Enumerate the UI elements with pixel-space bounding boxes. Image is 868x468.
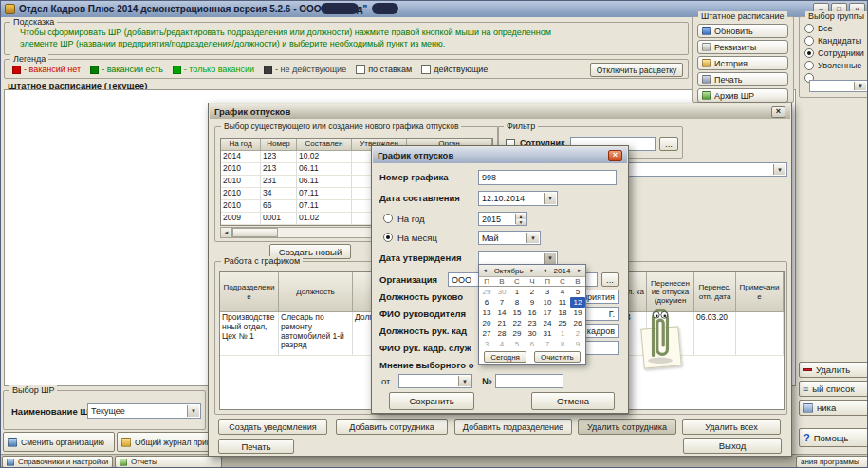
full-list-button[interactable]: ≡ ый список <box>799 381 868 397</box>
panel-button[interactable]: Печать <box>697 72 788 86</box>
calendar-day[interactable]: 9 <box>525 297 540 308</box>
header-cell[interactable]: Перенес. отп. дата <box>694 272 736 312</box>
checkbox[interactable] <box>356 65 365 74</box>
checkbox[interactable] <box>421 65 431 74</box>
chevron-down-icon[interactable] <box>544 193 556 204</box>
calendar-day[interactable]: 20 <box>479 318 494 328</box>
radio[interactable] <box>804 48 814 58</box>
calendar-day[interactable]: 10 <box>540 297 555 308</box>
references-settings-button[interactable]: Справочники и настройки <box>2 456 113 468</box>
calendar-day[interactable]: 7 <box>540 339 555 349</box>
calendar-day[interactable]: 27 <box>479 328 494 339</box>
calendar-day[interactable]: 25 <box>555 318 570 328</box>
calendar-day[interactable]: 5 <box>570 287 585 297</box>
compile-date-combobox[interactable]: 12.10.2014 <box>478 191 558 206</box>
year-radio[interactable] <box>383 214 393 223</box>
spinner-arrows-icon[interactable] <box>515 214 526 224</box>
action-button[interactable]: Добавить подразделение <box>454 419 572 435</box>
panel-button[interactable]: Реквизиты <box>697 40 788 54</box>
shr-name-combobox[interactable]: Текущее <box>87 403 201 419</box>
next-month-icon[interactable]: ► <box>529 268 535 273</box>
prev-month-icon[interactable]: ◄ <box>482 268 488 273</box>
calendar-day[interactable]: 19 <box>570 308 585 318</box>
header-cell[interactable]: Составлен <box>297 139 352 151</box>
calendar-day[interactable]: 18 <box>555 308 570 318</box>
exit-button[interactable]: Выход <box>683 438 782 454</box>
calendar-day[interactable]: 31 <box>540 328 555 339</box>
scrollbar-thumb[interactable] <box>232 228 278 237</box>
radio-option[interactable]: Все <box>804 24 868 33</box>
reports-button[interactable]: Отчеты <box>115 456 222 468</box>
today-button[interactable]: Сегодня <box>484 351 526 363</box>
calendar-day[interactable]: 14 <box>494 308 509 318</box>
action-button[interactable]: Удалить сотрудника <box>578 419 676 435</box>
print-button[interactable]: Печать <box>218 439 294 454</box>
chevron-down-icon[interactable] <box>187 405 199 417</box>
chevron-down-icon[interactable] <box>458 376 471 386</box>
browse-button[interactable]: ... <box>659 137 678 151</box>
calendar-day[interactable]: 30 <box>494 287 509 297</box>
save-button[interactable]: Сохранить <box>389 392 474 410</box>
calendar-day[interactable]: 24 <box>540 318 555 328</box>
calendar-day[interactable]: 13 <box>479 308 494 318</box>
calendar-day[interactable]: 28 <box>494 328 509 339</box>
next-year-icon[interactable]: ► <box>577 268 582 273</box>
action-button[interactable]: Добавить сотрудника <box>336 419 448 435</box>
chevron-down-icon[interactable] <box>544 253 556 264</box>
panel-button[interactable]: Архив ШР <box>697 88 788 103</box>
calendar-day[interactable]: 6 <box>479 297 494 308</box>
calendar-day[interactable]: 22 <box>509 318 525 328</box>
calendar-day[interactable]: 29 <box>479 287 494 297</box>
cancel-button[interactable]: Отмена <box>531 392 615 410</box>
clipped-button[interactable]: ника <box>799 400 868 416</box>
program-clipped-button[interactable]: ания программы <box>796 456 868 468</box>
scroll-left-icon[interactable]: ◄ <box>221 228 232 237</box>
calendar-day[interactable]: 17 <box>540 308 555 318</box>
calendar-day[interactable]: 2 <box>525 287 540 297</box>
header-cell[interactable]: Примечание <box>736 272 784 312</box>
radio[interactable] <box>804 36 814 46</box>
radio-option[interactable]: Уволенные <box>804 61 868 70</box>
calendar-day[interactable]: 3 <box>540 287 555 297</box>
group-filter-combobox[interactable] <box>809 80 868 92</box>
calendar-day[interactable]: 5 <box>509 339 525 349</box>
disable-coloring-button[interactable]: Отключить расцветку <box>590 63 683 77</box>
calendar-day[interactable]: 21 <box>494 318 509 328</box>
calendar-day[interactable]: 9 <box>570 339 585 349</box>
chevron-down-icon[interactable] <box>773 164 785 175</box>
delete-button[interactable]: Удалить <box>799 362 868 378</box>
calendar-day[interactable]: 12 <box>570 297 585 308</box>
calendar-day[interactable]: 26 <box>570 318 585 328</box>
header-cell[interactable]: Номер <box>261 139 297 151</box>
action-button[interactable]: Создать уведомления <box>218 419 327 435</box>
calendar-day[interactable]: 23 <box>525 318 540 328</box>
radio[interactable] <box>804 61 814 70</box>
header-cell[interactable]: Должность <box>279 272 353 312</box>
calendar-day[interactable]: 11 <box>555 297 570 308</box>
organization-browse-button[interactable]: ... <box>601 272 619 287</box>
panel-button[interactable]: Обновить <box>697 24 788 38</box>
header-cell[interactable]: На год <box>221 139 261 151</box>
calendar-day[interactable]: 4 <box>555 287 570 297</box>
calendar-day[interactable]: 8 <box>509 297 525 308</box>
change-organization-button[interactable]: Сменить организацию <box>3 432 115 452</box>
panel-button[interactable]: История <box>697 56 788 70</box>
calendar-day[interactable]: 29 <box>509 328 525 339</box>
pr ev-year-icon[interactable]: ◄ <box>542 268 547 273</box>
month-combobox[interactable]: Май <box>478 231 541 245</box>
action-button[interactable]: Удалить всех <box>682 419 781 435</box>
calendar-day[interactable]: 8 <box>555 339 570 349</box>
calendar-day[interactable]: 3 <box>479 339 494 349</box>
radio-option[interactable]: Кандидаты <box>804 36 868 46</box>
calendar-day[interactable]: 4 <box>494 339 509 349</box>
calendar-day[interactable]: 1 <box>509 287 525 297</box>
radio-option[interactable]: Сотрудники <box>804 48 868 58</box>
modal-close-button[interactable]: × <box>608 150 622 161</box>
from-date-combobox[interactable] <box>398 374 472 388</box>
chevron-down-icon[interactable] <box>526 233 539 243</box>
clear-button[interactable]: Очистить <box>534 351 581 363</box>
calendar-day[interactable]: 2 <box>570 328 585 339</box>
header-cell[interactable]: Подразделение <box>220 272 279 312</box>
calendar-day[interactable]: 16 <box>525 308 540 318</box>
calendar-day[interactable]: 7 <box>494 297 509 308</box>
